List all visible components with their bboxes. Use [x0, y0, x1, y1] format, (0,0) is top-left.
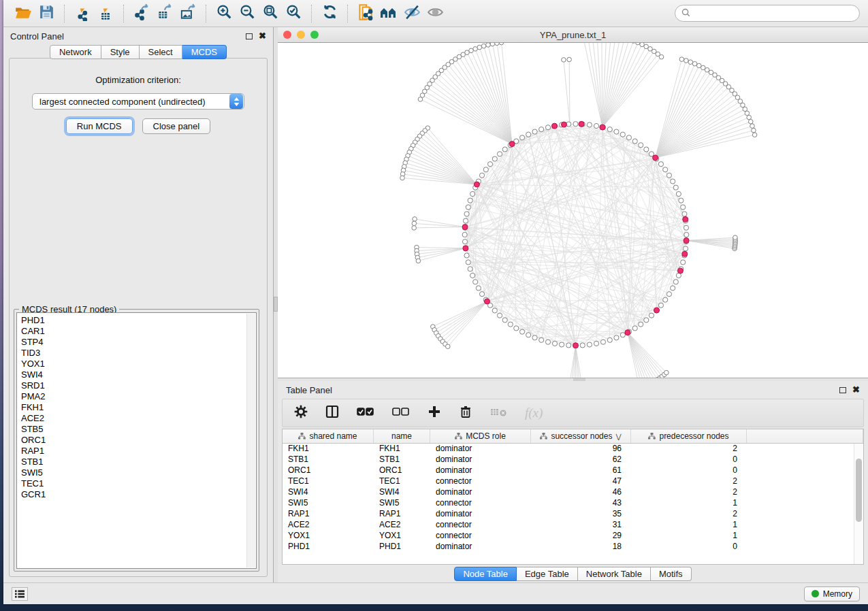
close-panel-button[interactable]: Close panel — [142, 118, 211, 134]
mcds-result-item[interactable]: RAP1 — [21, 446, 256, 457]
network-node[interactable] — [463, 218, 468, 223]
search-input[interactable] — [694, 9, 853, 18]
table-row[interactable]: ORC1ORC1dominator610 — [283, 465, 863, 476]
table-row[interactable]: ACE2ACE2connector311 — [283, 520, 863, 531]
mcds-result-list[interactable]: PHD1CAR1STP4TID3YOX1SWI4SRD1PMA2FKH1ACE2… — [16, 312, 257, 569]
network-node[interactable] — [526, 333, 531, 337]
network-node[interactable] — [636, 43, 641, 45]
network-node[interactable] — [640, 43, 645, 47]
network-node[interactable] — [587, 122, 592, 127]
network-node[interactable] — [479, 173, 484, 178]
network-node[interactable] — [573, 122, 578, 127]
network-node[interactable] — [446, 344, 451, 349]
table-mode-button[interactable] — [293, 404, 308, 422]
mcds-result-item[interactable]: ACE2 — [21, 413, 256, 424]
mcds-result-item[interactable]: TID3 — [21, 348, 256, 359]
tab-edge-table[interactable]: Edge Table — [517, 567, 578, 581]
mcds-node[interactable] — [600, 125, 605, 130]
mcds-node[interactable] — [625, 330, 630, 335]
show-columns-button[interactable] — [325, 404, 340, 422]
show-all-button[interactable] — [423, 3, 447, 24]
mcds-result-item[interactable]: STB1 — [21, 457, 256, 467]
table-float-icon[interactable] — [839, 387, 846, 393]
network-node[interactable] — [526, 132, 531, 137]
network-node[interactable] — [519, 329, 524, 334]
close-panel-icon[interactable]: ✖ — [259, 33, 266, 39]
network-node[interactable] — [666, 173, 671, 178]
network-node[interactable] — [552, 341, 557, 346]
network-node[interactable] — [701, 65, 705, 70]
network-node[interactable] — [502, 147, 507, 152]
network-node[interactable] — [532, 129, 537, 134]
export-network-button[interactable] — [130, 3, 153, 24]
mcds-node[interactable] — [509, 142, 515, 147]
network-node[interactable] — [479, 292, 484, 297]
mcds-result-item[interactable]: STB5 — [21, 424, 256, 435]
network-node[interactable] — [663, 167, 668, 172]
network-node[interactable] — [497, 152, 502, 156]
network-node[interactable] — [514, 326, 519, 331]
export-image-button[interactable] — [176, 3, 199, 24]
column-header-shared-name[interactable]: shared name — [283, 429, 374, 443]
network-node[interactable] — [684, 225, 688, 230]
delete-column-button[interactable] — [458, 404, 473, 422]
network-node[interactable] — [607, 337, 612, 342]
network-node[interactable] — [632, 139, 637, 144]
network-node[interactable] — [620, 132, 625, 137]
network-node[interactable] — [688, 60, 693, 65]
network-node[interactable] — [681, 205, 686, 210]
network-node[interactable] — [473, 280, 478, 284]
network-node[interactable] — [683, 246, 688, 251]
network-node[interactable] — [644, 318, 649, 323]
network-node[interactable] — [684, 59, 689, 63]
network-node[interactable] — [639, 322, 643, 327]
network-node[interactable] — [614, 335, 619, 340]
network-node[interactable] — [566, 343, 571, 348]
network-node[interactable] — [567, 57, 572, 62]
tab-select[interactable]: Select — [140, 45, 182, 59]
mcds-result-item[interactable]: ORC1 — [21, 435, 256, 446]
mcds-node[interactable] — [683, 216, 688, 222]
mcds-result-item[interactable]: GCR1 — [21, 489, 256, 500]
horizontal-splitter[interactable] — [278, 378, 868, 381]
network-node[interactable] — [413, 217, 417, 222]
column-header-name[interactable]: name — [374, 429, 430, 443]
network-node[interactable] — [562, 58, 566, 63]
network-node[interactable] — [671, 286, 675, 291]
network-node[interactable] — [658, 303, 663, 308]
network-node[interactable] — [644, 44, 649, 49]
table-row[interactable]: PHD1PHD1dominator180 — [283, 542, 863, 552]
zoom-out-button[interactable] — [236, 3, 259, 24]
mcds-node[interactable] — [551, 123, 557, 129]
network-node[interactable] — [594, 123, 598, 128]
network-node[interactable] — [587, 342, 592, 347]
network-node[interactable] — [464, 212, 469, 216]
import-network-button[interactable] — [71, 3, 94, 24]
tab-network[interactable]: Network — [50, 45, 101, 59]
network-node[interactable] — [663, 297, 668, 302]
network-node[interactable] — [750, 124, 755, 129]
run-mcds-button[interactable]: Run MCDS — [66, 118, 133, 134]
zoom-selected-button[interactable] — [282, 3, 305, 24]
network-node[interactable] — [649, 313, 654, 318]
network-node[interactable] — [519, 135, 524, 140]
network-node[interactable] — [412, 226, 417, 231]
network-node[interactable] — [508, 322, 513, 327]
column-header-predecessor-nodes[interactable]: predecessor nodes — [631, 429, 747, 443]
network-node[interactable] — [666, 292, 671, 297]
mcds-result-item[interactable]: CAR1 — [21, 326, 256, 337]
mcds-node[interactable] — [561, 122, 566, 127]
zoom-fit-button[interactable] — [259, 3, 282, 24]
float-panel-icon[interactable] — [246, 33, 253, 39]
table-row[interactable]: TEC1TEC1connector472 — [283, 476, 863, 487]
network-node[interactable] — [495, 43, 500, 46]
network-node[interactable] — [470, 191, 475, 196]
network-node[interactable] — [502, 318, 507, 323]
network-node[interactable] — [580, 343, 585, 348]
import-table-button[interactable] — [94, 3, 117, 24]
network-node[interactable] — [483, 167, 488, 172]
mcds-node[interactable] — [474, 182, 479, 187]
network-canvas[interactable] — [278, 43, 868, 378]
network-node[interactable] — [466, 260, 470, 265]
network-node[interactable] — [412, 221, 417, 226]
